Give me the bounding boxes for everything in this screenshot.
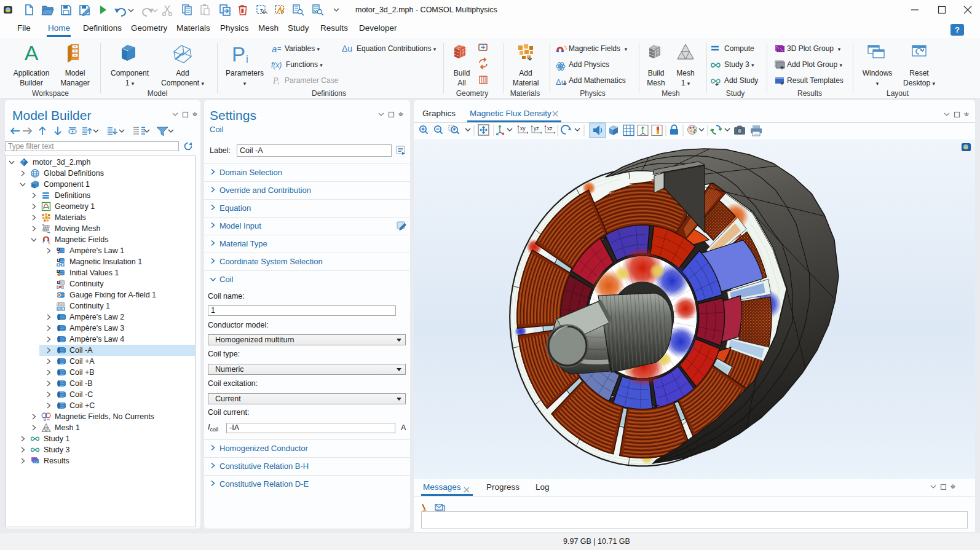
svg-text:a: a — [272, 44, 277, 54]
svg-text:P: P — [232, 43, 245, 66]
svg-text:xy: xy — [520, 125, 526, 132]
svg-text:Δu: Δu — [342, 44, 352, 53]
svg-text:D: D — [57, 280, 61, 285]
svg-text:A: A — [25, 41, 39, 65]
svg-text:f(x): f(x) — [271, 61, 282, 69]
svg-text:i: i — [246, 53, 248, 65]
svg-text:D: D — [57, 257, 61, 263]
svg-text:u: u — [44, 417, 46, 422]
svg-text:=: = — [277, 45, 281, 52]
svg-text:D: D — [57, 269, 60, 274]
svg-text:Δu: Δu — [556, 77, 566, 87]
svg-text:D: D — [57, 246, 60, 252]
svg-text:xz: xz — [547, 125, 553, 132]
svg-text:yz: yz — [534, 125, 539, 132]
svg-text:i: i — [278, 80, 279, 86]
